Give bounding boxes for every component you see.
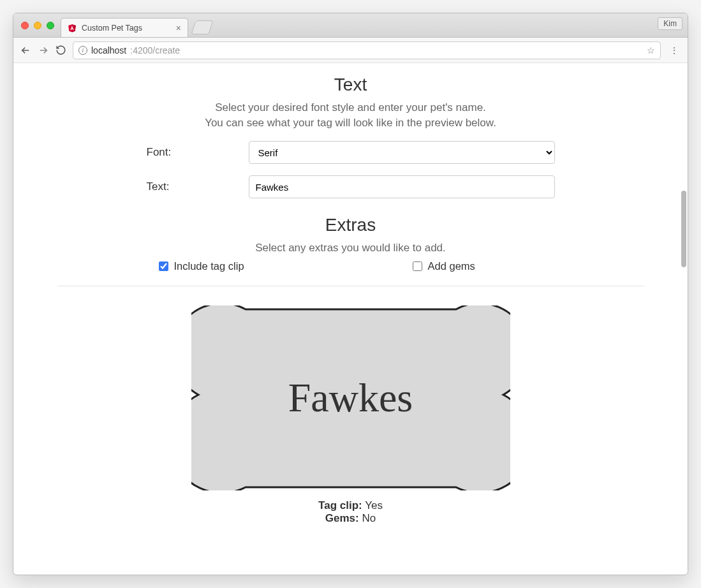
tab-title: Custom Pet Tags (82, 24, 142, 33)
site-info-icon[interactable]: i (78, 46, 87, 55)
arrow-right-icon (38, 45, 49, 56)
new-tab-button[interactable] (191, 20, 213, 34)
minimize-window-button[interactable] (34, 22, 41, 29)
tab-strip: Custom Pet Tags × Kim (13, 13, 688, 38)
window-controls (21, 22, 54, 29)
url-host: localhost (91, 45, 126, 55)
reload-icon (55, 45, 66, 55)
reload-button[interactable] (55, 45, 66, 55)
font-row: Font: Serif (57, 141, 644, 164)
summary-gems-label: Gems: (325, 512, 359, 524)
tag-preview: Fawkes Tag clip: Yes Gems: No (57, 305, 644, 525)
extras-section-heading: Extras (57, 215, 644, 235)
fullscreen-window-button[interactable] (47, 22, 54, 29)
pet-name-input[interactable] (249, 175, 555, 198)
add-gems-option[interactable]: Add gems (410, 260, 475, 273)
url-path: :4200/create (130, 45, 180, 55)
include-clip-checkbox[interactable] (159, 261, 168, 271)
text-label: Text: (147, 180, 249, 193)
extras-section-lead: Select any extras you would like to add. (57, 242, 644, 254)
preview-summary: Tag clip: Yes Gems: No (318, 499, 383, 525)
browser-toolbar: i localhost:4200/create ☆ ⋮ (13, 38, 688, 63)
add-gems-label: Add gems (428, 260, 475, 272)
address-bar[interactable]: i localhost:4200/create ☆ (73, 41, 661, 59)
bone-shape: Fawkes (191, 305, 510, 490)
browser-tab[interactable]: Custom Pet Tags × (61, 18, 188, 37)
summary-clip-label: Tag clip: (318, 499, 362, 511)
browser-menu-button[interactable]: ⋮ (667, 45, 681, 55)
page-content: Text Select your desired font style and … (38, 63, 663, 550)
close-tab-icon[interactable]: × (176, 24, 181, 33)
arrow-left-icon (20, 45, 31, 56)
browser-window: Custom Pet Tags × Kim i localhost:4200/c… (13, 13, 688, 575)
scrollbar-thumb[interactable] (681, 191, 686, 267)
angular-icon (68, 24, 77, 33)
back-button[interactable] (20, 45, 31, 56)
page-viewport: Text Select your desired font style and … (13, 63, 688, 575)
profile-badge[interactable]: Kim (658, 17, 683, 30)
include-clip-option[interactable]: Include tag clip (156, 260, 244, 273)
bookmark-star-icon[interactable]: ☆ (647, 45, 655, 55)
text-row: Text: (57, 175, 644, 198)
text-section-lead-2: You can see what your tag will look like… (57, 117, 644, 129)
summary-gems-value: No (362, 512, 376, 524)
extras-row: Include tag clip Add gems (57, 260, 644, 273)
text-section-lead-1: Select your desired font style and enter… (57, 101, 644, 114)
add-gems-checkbox[interactable] (413, 261, 422, 271)
preview-name: Fawkes (191, 305, 510, 490)
font-label: Font: (147, 146, 249, 159)
text-section-heading: Text (57, 75, 644, 95)
forward-button[interactable] (38, 45, 49, 56)
divider (57, 286, 644, 286)
close-window-button[interactable] (21, 22, 29, 29)
summary-clip-value: Yes (365, 499, 383, 511)
include-clip-label: Include tag clip (174, 260, 244, 272)
font-select[interactable]: Serif (249, 141, 555, 164)
